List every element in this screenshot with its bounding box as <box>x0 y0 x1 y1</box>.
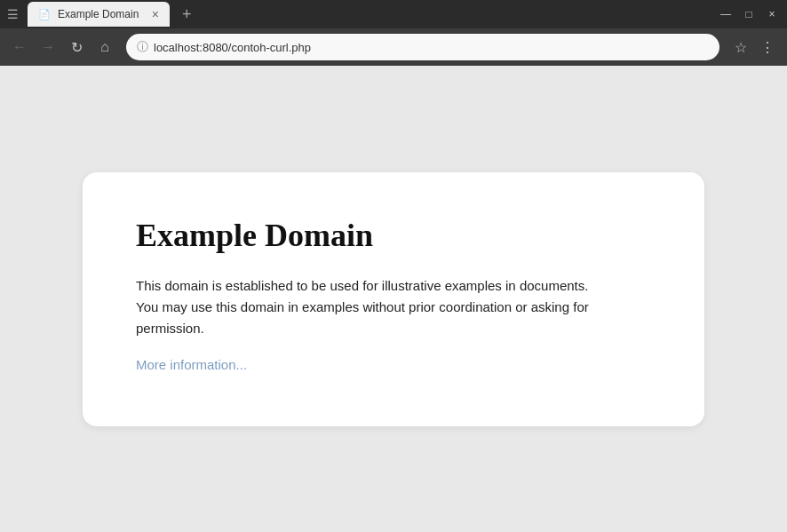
tab-close-button[interactable]: × <box>152 8 159 20</box>
browser-tab[interactable]: 📄 Example Domain × <box>28 2 170 27</box>
tab-favicon-icon: 📄 <box>38 9 51 20</box>
body-line1: This domain is established to be used fo… <box>136 278 588 293</box>
browser-menu-icon[interactable]: ☰ <box>4 7 22 21</box>
nav-right-controls: ☆ ⋮ <box>728 35 780 60</box>
title-bar-left: ☰ 📄 Example Domain × + <box>4 2 199 27</box>
page-heading: Example Domain <box>136 217 651 254</box>
address-bar[interactable]: ⓘ localhost:8080/contoh-curl.php <box>126 34 719 60</box>
minimize-button[interactable]: — <box>714 3 737 26</box>
body-line2: You may use this domain in examples with… <box>136 299 589 314</box>
forward-button[interactable]: → <box>36 35 60 60</box>
more-information-link[interactable]: More information... <box>136 357 247 372</box>
close-button[interactable]: × <box>760 3 783 26</box>
address-text: localhost:8080/contoh-curl.php <box>154 41 709 54</box>
home-button[interactable]: ⌂ <box>92 35 117 60</box>
navigation-bar: ← → ↻ ⌂ ⓘ localhost:8080/contoh-curl.php… <box>0 28 787 66</box>
body-line3: permission. <box>136 321 204 336</box>
title-bar: ☰ 📄 Example Domain × + — □ × <box>0 0 787 28</box>
address-lock-icon: ⓘ <box>137 39 148 55</box>
window-controls: — □ × <box>714 3 783 26</box>
new-tab-button[interactable]: + <box>175 5 199 24</box>
tab-title: Example Domain <box>58 8 145 20</box>
content-card: Example Domain This domain is establishe… <box>83 172 704 426</box>
page-body: This domain is established to be used fo… <box>136 275 651 339</box>
page-content: Example Domain This domain is establishe… <box>0 66 787 532</box>
browser-menu-button[interactable]: ⋮ <box>755 35 780 60</box>
bookmark-button[interactable]: ☆ <box>728 35 753 60</box>
reload-button[interactable]: ↻ <box>64 35 89 60</box>
maximize-button[interactable]: □ <box>737 3 760 26</box>
back-button[interactable]: ← <box>7 35 32 60</box>
